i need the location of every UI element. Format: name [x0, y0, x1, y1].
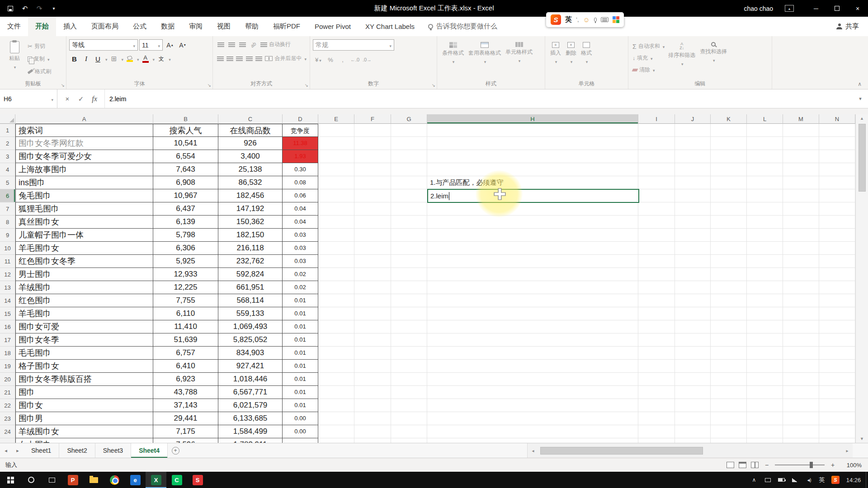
- cell-F9[interactable]: [354, 229, 391, 242]
- cell-N19[interactable]: [819, 360, 855, 373]
- font-name-select[interactable]: 等线: [69, 39, 138, 51]
- cell-E8[interactable]: [318, 216, 354, 229]
- cell-K24[interactable]: [711, 425, 747, 438]
- cell-B5[interactable]: 6,908: [153, 176, 218, 189]
- cell-J11[interactable]: [675, 255, 711, 268]
- font-color-button[interactable]: A: [141, 53, 151, 65]
- cell-C3[interactable]: 3,400: [218, 150, 283, 163]
- cell-H12[interactable]: [427, 268, 638, 281]
- tray-sogou-icon[interactable]: S: [830, 472, 841, 488]
- cell-I3[interactable]: [638, 150, 675, 163]
- cell-M21[interactable]: [783, 386, 819, 399]
- column-header-N[interactable]: N: [819, 114, 855, 124]
- column-header-E[interactable]: E: [318, 114, 354, 124]
- comma-style-button[interactable]: ,: [337, 54, 348, 65]
- scroll-down-arrow[interactable]: ▼: [860, 435, 864, 443]
- cell-N6[interactable]: [819, 189, 855, 202]
- cell-B18[interactable]: 6,757: [153, 347, 218, 360]
- row-header-2[interactable]: 2: [0, 137, 15, 150]
- row-header-1[interactable]: 1: [0, 124, 15, 137]
- cell-C9[interactable]: 182,150: [218, 229, 283, 242]
- cell-G18[interactable]: [391, 347, 427, 360]
- cell-E20[interactable]: [318, 373, 354, 386]
- alignment-dialog-launcher[interactable]: ↘: [305, 83, 308, 88]
- cell-B2[interactable]: 10,541: [153, 137, 218, 150]
- cell-D4[interactable]: 0.30: [283, 163, 318, 176]
- cell-H23[interactable]: [427, 412, 638, 425]
- cell-K18[interactable]: [711, 347, 747, 360]
- cell-K23[interactable]: [711, 412, 747, 425]
- tray-network-icon[interactable]: [789, 472, 801, 488]
- cell-F16[interactable]: [354, 320, 391, 333]
- row-header-23[interactable]: 23: [0, 412, 15, 425]
- column-header-J[interactable]: J: [675, 114, 711, 124]
- cell-F8[interactable]: [354, 216, 391, 229]
- cell-C11[interactable]: 232,762: [218, 255, 283, 268]
- cell-G23[interactable]: [391, 412, 427, 425]
- number-dialog-launcher[interactable]: ↘: [432, 83, 435, 88]
- cell-E25[interactable]: [318, 438, 354, 443]
- zoom-in-button[interactable]: +: [829, 461, 836, 469]
- cell-C1[interactable]: 在线商品数: [218, 124, 283, 137]
- tell-me-box[interactable]: 告诉我你想要做什么: [422, 17, 504, 36]
- cell-J2[interactable]: [675, 137, 711, 150]
- cell-B1[interactable]: 搜索人气: [153, 124, 218, 137]
- paste-button[interactable]: 粘贴: [3, 38, 26, 79]
- cell-F13[interactable]: [354, 281, 391, 294]
- cell-H16[interactable]: [427, 320, 638, 333]
- cell-N13[interactable]: [819, 281, 855, 294]
- cell-L2[interactable]: [747, 137, 783, 150]
- row-header-7[interactable]: 7: [0, 202, 15, 216]
- cell-A1[interactable]: 搜索词: [15, 124, 153, 137]
- tab-foxit-pdf[interactable]: 福昕PDF: [266, 17, 307, 36]
- cell-C21[interactable]: 6,567,771: [218, 386, 283, 399]
- cell-D20[interactable]: 0.01: [283, 373, 318, 386]
- cell-A12[interactable]: 男士围巾: [15, 268, 153, 281]
- cell-E12[interactable]: [318, 268, 354, 281]
- cell-A14[interactable]: 红色围巾: [15, 294, 153, 307]
- cell-L1[interactable]: [747, 124, 783, 137]
- cell-D7[interactable]: 0.04: [283, 202, 318, 216]
- cell-M14[interactable]: [783, 294, 819, 307]
- increase-font-size-button[interactable]: A▴: [164, 39, 175, 51]
- cell-I23[interactable]: [638, 412, 675, 425]
- cell-M15[interactable]: [783, 307, 819, 320]
- cell-I25[interactable]: [638, 438, 675, 443]
- cell-K21[interactable]: [711, 386, 747, 399]
- cell-B13[interactable]: 12,225: [153, 281, 218, 294]
- cell-K9[interactable]: [711, 229, 747, 242]
- taskbar-app-powerpoint[interactable]: P: [62, 472, 83, 488]
- row-header-24[interactable]: 24: [0, 425, 15, 438]
- underline-button[interactable]: U: [93, 53, 103, 65]
- cell-L24[interactable]: [747, 425, 783, 438]
- row-header-19[interactable]: 19: [0, 360, 15, 373]
- cell-M4[interactable]: [783, 163, 819, 176]
- emoji-icon[interactable]: ☺: [583, 16, 590, 23]
- tray-clock[interactable]: 14:26: [843, 472, 864, 488]
- cell-A19[interactable]: 格子围巾女: [15, 360, 153, 373]
- cell-C18[interactable]: 834,903: [218, 347, 283, 360]
- cell-B15[interactable]: 6,110: [153, 307, 218, 320]
- sheet-nav-left[interactable]: ◂: [0, 443, 12, 458]
- cell-N9[interactable]: [819, 229, 855, 242]
- cell-M25[interactable]: [783, 438, 819, 443]
- cell-N10[interactable]: [819, 242, 855, 255]
- cell-F1[interactable]: [354, 124, 391, 137]
- cell-B17[interactable]: 51,639: [153, 333, 218, 347]
- percent-style-button[interactable]: %: [325, 54, 336, 65]
- cell-N8[interactable]: [819, 216, 855, 229]
- cell-E23[interactable]: [318, 412, 354, 425]
- row-header-8[interactable]: 8: [0, 216, 15, 229]
- cell-I16[interactable]: [638, 320, 675, 333]
- cell-I11[interactable]: [638, 255, 675, 268]
- cell-A21[interactable]: 围巾: [15, 386, 153, 399]
- align-bottom-button[interactable]: [237, 39, 248, 50]
- cell-C8[interactable]: 150,362: [218, 216, 283, 229]
- merge-center-button[interactable]: 合并后居中: [264, 53, 308, 64]
- ime-toolbox-icon[interactable]: [613, 16, 619, 23]
- cell-F19[interactable]: [354, 360, 391, 373]
- cell-B25[interactable]: 7,596: [153, 438, 218, 443]
- cell-I24[interactable]: [638, 425, 675, 438]
- hscroll-right-arrow[interactable]: ▸: [842, 448, 853, 453]
- undo-button[interactable]: ↶: [18, 2, 32, 15]
